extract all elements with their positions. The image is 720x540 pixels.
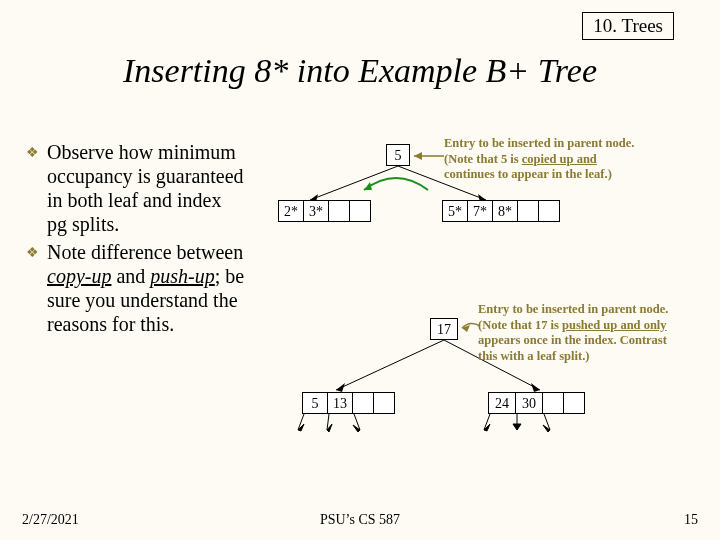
annotation-copy-up: Entry to be inserted in parent node. (No… [444, 136, 706, 183]
bullet-span: and [111, 265, 150, 287]
leaf-cell: 3* [303, 200, 329, 222]
slide-title: Inserting 8* into Example B+ Tree [0, 52, 720, 90]
footer-page-number: 15 [684, 512, 698, 528]
note-line: copied up and [522, 152, 597, 166]
chapter-tag: 10. Trees [582, 12, 674, 40]
index-cell: 30 [515, 392, 543, 414]
note-line: Entry to be inserted in parent node. [444, 136, 634, 150]
note-line: pushed up and only [562, 318, 667, 332]
bullet-span: Note difference between [47, 241, 243, 263]
parent-key-cell: 5 [386, 144, 410, 166]
index-cell: 24 [488, 392, 516, 414]
leaf-cell: 8* [492, 200, 518, 222]
annotation-arrow-icon [458, 320, 482, 334]
note-line: (Note that 17 is [478, 318, 559, 332]
diagram-area: 5 2* 3* 5* 7* 8* Entry to be inserted in… [258, 136, 708, 496]
svg-marker-8 [336, 383, 345, 392]
bullet-list: ❖ Observe how minimum occupancy is guara… [26, 140, 246, 340]
leaf-cell-empty [517, 200, 539, 222]
footer-course: PSU’s CS 587 [0, 512, 720, 528]
index-cell-empty [542, 392, 564, 414]
index-cell-empty [352, 392, 374, 414]
svg-line-1 [310, 166, 398, 200]
svg-marker-20 [513, 424, 521, 430]
leaf-cell: 7* [467, 200, 493, 222]
note-line: (Note that 5 is [444, 152, 519, 166]
svg-marker-6 [414, 152, 422, 160]
bullet-em: push-up [150, 265, 214, 287]
leaf-cell-empty [328, 200, 350, 222]
bullet-text: Note difference between copy-up and push… [47, 240, 246, 336]
annotation-push-up: Entry to be inserted in parent node. (No… [478, 302, 710, 365]
bullet-item: ❖ Note difference between copy-up and pu… [26, 240, 246, 336]
index-cell: 5 [302, 392, 328, 414]
leaf-cell: 2* [278, 200, 304, 222]
note-line: Entry to be inserted in parent node. [478, 302, 668, 316]
bullet-text: Observe how minimum occupancy is guarant… [47, 140, 246, 236]
svg-line-7 [336, 340, 444, 390]
bullet-marker-icon: ❖ [26, 245, 39, 336]
svg-marker-10 [531, 383, 540, 392]
note-line: this with a leaf split.) [478, 349, 589, 363]
index-cell: 13 [327, 392, 353, 414]
child-pointers-icon [298, 414, 598, 436]
leaf-cell: 5* [442, 200, 468, 222]
note-line: appears once in the index. Contrast [478, 333, 667, 347]
index-cell-empty [373, 392, 395, 414]
bullet-marker-icon: ❖ [26, 145, 39, 236]
bullet-em: copy-up [47, 265, 111, 287]
note-line: continues to appear in the leaf.) [444, 167, 612, 181]
leaf-cell-empty [538, 200, 560, 222]
leaf-cell-empty [349, 200, 371, 222]
annotation-arrow-icon [410, 150, 446, 162]
bullet-item: ❖ Observe how minimum occupancy is guara… [26, 140, 246, 236]
parent-key-cell: 17 [430, 318, 458, 340]
index-cell-empty [563, 392, 585, 414]
